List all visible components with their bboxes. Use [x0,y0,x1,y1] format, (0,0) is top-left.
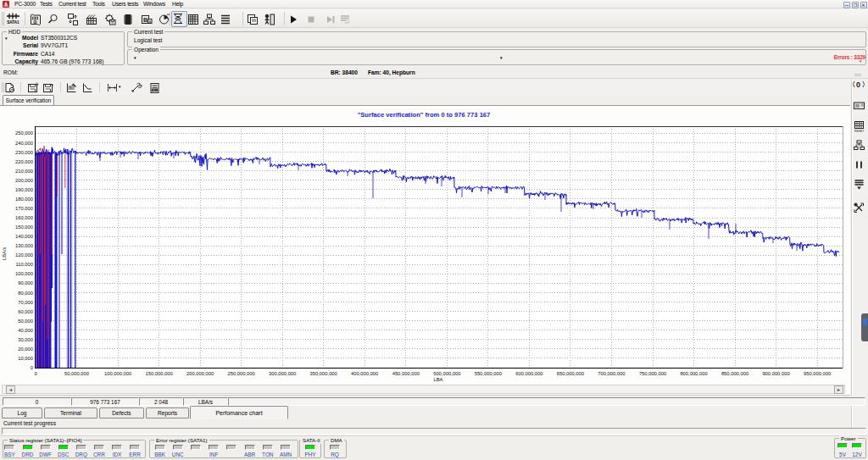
svg-text:950,000,000: 950,000,000 [804,371,831,376]
svg-text:650,000,000: 650,000,000 [557,371,584,376]
svg-text:50,000,000: 50,000,000 [64,371,89,376]
svg-text:a: a [148,19,151,24]
svg-text:850,000,000: 850,000,000 [721,371,748,376]
svg-text:130,000: 130,000 [15,243,33,248]
svg-text:80,000: 80,000 [18,291,33,296]
svg-text:250,000,000: 250,000,000 [227,371,254,376]
svg-text:350,000,000: 350,000,000 [310,371,337,376]
svg-text:LBA/s: LBA/s [2,247,7,260]
svg-text:150,000: 150,000 [15,224,33,230]
svg-text:"Surface verification" from 0: "Surface verification" from 0 to 976 773… [358,111,491,119]
svg-text:RESET: RESET [854,130,864,133]
svg-text:120,000: 120,000 [15,252,33,258]
svg-text:400,000,000: 400,000,000 [351,371,378,376]
svg-text:190,000: 190,000 [15,187,33,192]
svg-text:160,000: 160,000 [15,215,33,220]
svg-text:700,000,000: 700,000,000 [598,371,625,376]
svg-text:230,000: 230,000 [15,150,33,155]
svg-text:200,000: 200,000 [15,178,33,183]
svg-text:550,000,000: 550,000,000 [475,371,502,376]
svg-text:140,000: 140,000 [15,234,33,239]
svg-text:90,000: 90,000 [18,280,33,285]
svg-text:110,000: 110,000 [15,262,33,267]
svg-text:70,000: 70,000 [18,300,33,305]
svg-text:750,000,000: 750,000,000 [639,371,666,376]
svg-text:0: 0 [31,365,33,370]
svg-text:60,000: 60,000 [18,309,33,314]
svg-text:50,000: 50,000 [18,319,33,324]
svg-text:600,000,000: 600,000,000 [515,371,542,376]
svg-text:40,000: 40,000 [18,328,33,333]
svg-text:800,000,000: 800,000,000 [680,371,707,376]
svg-text:100,000,000: 100,000,000 [104,371,131,376]
svg-text:210,000: 210,000 [15,169,33,174]
svg-text:LBA: LBA [434,377,443,382]
svg-text:900,000,000: 900,000,000 [762,371,789,376]
svg-text:450,000,000: 450,000,000 [392,371,420,376]
svg-text:500,000,000: 500,000,000 [433,371,460,376]
svg-text:170,000: 170,000 [15,206,33,211]
svg-text:150,000,000: 150,000,000 [145,371,172,376]
svg-text:10,000: 10,000 [18,356,33,361]
svg-text:240,000: 240,000 [15,141,33,146]
svg-text:0: 0 [856,80,860,89]
svg-text:300,000,000: 300,000,000 [269,371,296,376]
svg-text:30,000: 30,000 [18,337,33,342]
svg-text:0: 0 [34,371,36,376]
svg-text:250,000: 250,000 [15,130,33,136]
svg-text:B: B [143,17,147,23]
svg-text:100,000: 100,000 [15,271,33,276]
svg-text:20,000: 20,000 [18,346,33,352]
svg-text:220,000: 220,000 [15,159,33,164]
svg-text:200,000,000: 200,000,000 [186,371,214,376]
svg-text:180,000: 180,000 [15,197,33,202]
